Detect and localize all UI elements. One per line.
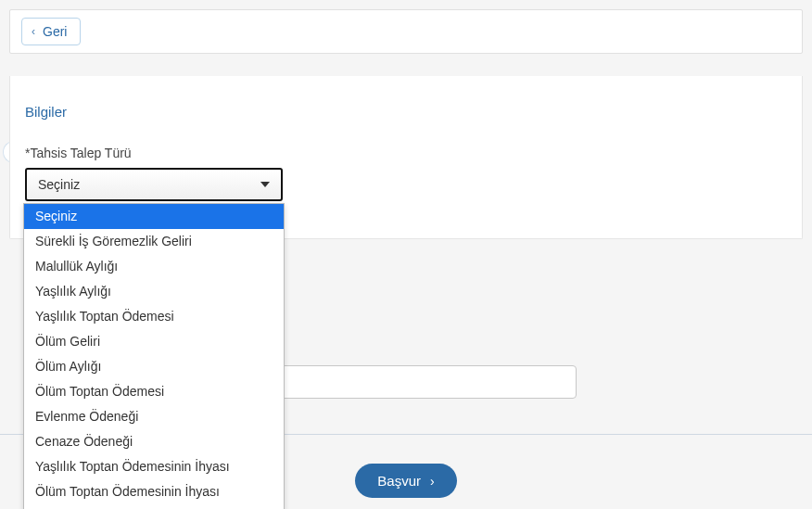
select-dropdown: Seçiniz Sürekli İş Göremezlik Geliri Mal…	[23, 203, 285, 509]
select-option[interactable]: Yaşlılık Toptan Ödemesi	[24, 304, 284, 329]
select-selected-value: Seçiniz	[38, 177, 80, 192]
select-option[interactable]: Mirasçılara Ödeme Talep Belgesi	[24, 504, 284, 509]
field-label: *Tahsis Talep Türü	[25, 146, 787, 160]
tahsis-talep-turu-select[interactable]: Seçiniz	[25, 168, 283, 201]
select-option[interactable]: Yaşlılık Toptan Ödemesinin İhyası	[24, 454, 284, 479]
select-option[interactable]: Ölüm Toptan Ödemesi	[24, 379, 284, 404]
select-option[interactable]: Ölüm Aylığı	[24, 354, 284, 379]
select-option[interactable]: Malullük Aylığı	[24, 254, 284, 279]
top-bar: ‹ Geri	[9, 9, 803, 54]
select-option[interactable]: Seçiniz	[24, 204, 284, 229]
chevron-right-icon: ›	[430, 474, 435, 489]
submit-button-label: Başvur	[377, 473, 421, 489]
form-card: Bilgiler *Tahsis Talep Türü Seçiniz Seçi…	[9, 76, 803, 239]
select-option[interactable]: Evlenme Ödeneği	[24, 404, 284, 429]
select-option[interactable]: Yaşlılık Aylığı	[24, 279, 284, 304]
caret-down-icon	[260, 182, 270, 187]
select-option[interactable]: Ölüm Geliri	[24, 329, 284, 354]
select-option[interactable]: Sürekli İş Göremezlik Geliri	[24, 229, 284, 254]
section-title: Bilgiler	[25, 104, 787, 120]
select-option[interactable]: Ölüm Toptan Ödemesinin İhyası	[24, 479, 284, 504]
select-option[interactable]: Cenaze Ödeneği	[24, 429, 284, 454]
combo-wrapper: Seçiniz Seçiniz Sürekli İş Göremezlik Ge…	[25, 168, 283, 201]
basvur-button[interactable]: Başvur ›	[355, 464, 456, 498]
chevron-left-icon: ‹	[32, 25, 35, 38]
back-button[interactable]: ‹ Geri	[21, 18, 81, 45]
back-button-label: Geri	[43, 24, 67, 39]
